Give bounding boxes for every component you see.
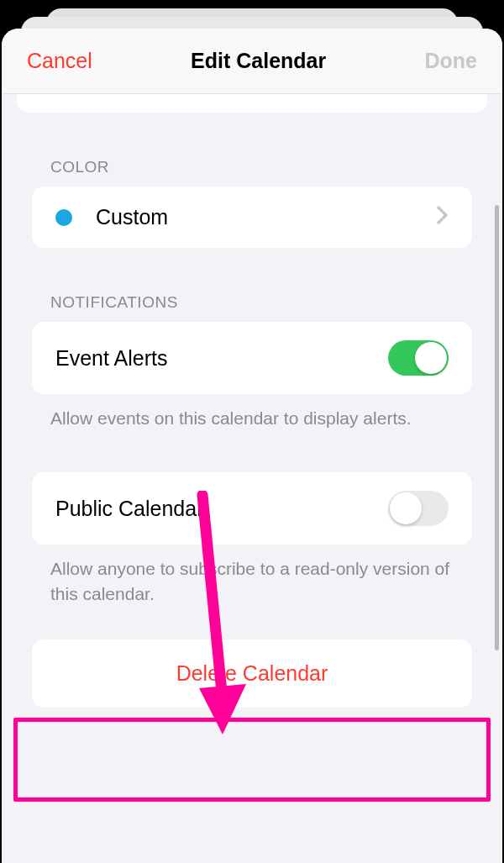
public-calendar-footer: Allow anyone to subscribe to a read-only… bbox=[50, 556, 454, 606]
content-area: COLOR Custom NOTIFICATIONS Event Alerts … bbox=[2, 158, 502, 708]
delete-calendar-button[interactable]: Delete Calendar bbox=[32, 639, 472, 708]
event-alerts-row: Event Alerts bbox=[32, 322, 472, 394]
cancel-button[interactable]: Cancel bbox=[27, 49, 92, 73]
public-calendar-toggle[interactable] bbox=[388, 491, 449, 526]
event-alerts-toggle[interactable] bbox=[388, 340, 449, 376]
partial-cell-top bbox=[17, 94, 487, 113]
event-alerts-label: Event Alerts bbox=[55, 346, 388, 371]
done-button[interactable]: Done bbox=[424, 49, 477, 73]
color-swatch-icon bbox=[55, 209, 72, 226]
modal-sheet: Cancel Edit Calendar Done COLOR Custom N… bbox=[2, 29, 502, 863]
color-row[interactable]: Custom bbox=[32, 187, 472, 248]
chevron-right-icon bbox=[437, 206, 449, 229]
navigation-bar: Cancel Edit Calendar Done bbox=[2, 29, 502, 94]
toggle-knob-icon bbox=[390, 492, 422, 524]
page-title: Edit Calendar bbox=[191, 49, 326, 73]
annotation-highlight-box bbox=[13, 718, 491, 802]
event-alerts-footer: Allow events on this calendar to display… bbox=[50, 406, 454, 430]
color-section-header: COLOR bbox=[50, 158, 487, 176]
delete-calendar-label: Delete Calendar bbox=[176, 661, 328, 685]
color-name-label: Custom bbox=[96, 205, 437, 229]
public-calendar-label: Public Calendar bbox=[55, 497, 388, 521]
scrollbar[interactable] bbox=[495, 205, 499, 650]
notifications-section-header: NOTIFICATIONS bbox=[50, 293, 487, 312]
public-calendar-row: Public Calendar bbox=[32, 472, 472, 545]
toggle-knob-icon bbox=[415, 342, 447, 374]
